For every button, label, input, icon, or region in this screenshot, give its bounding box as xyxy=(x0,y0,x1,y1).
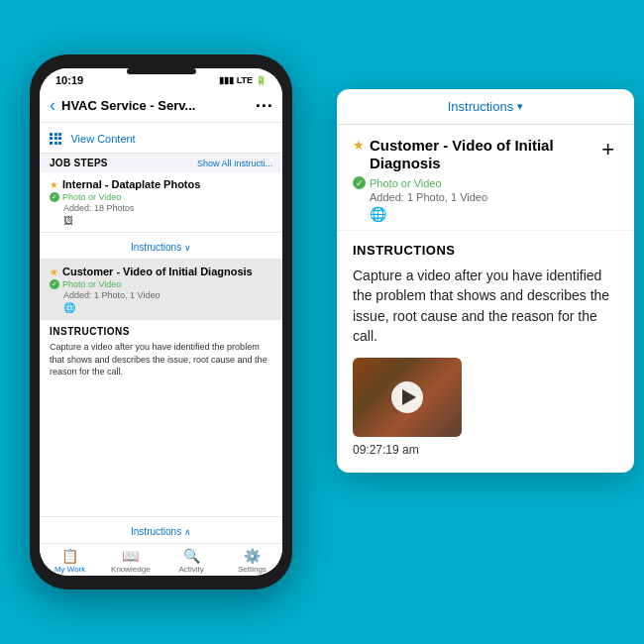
panel-header: Instructions ▾ xyxy=(337,89,634,125)
instructions-section-heading: INSTRUCTIONS xyxy=(50,326,272,337)
nav-bar: ‹ HVAC Service - Serv... ⋯ xyxy=(40,88,282,123)
tab-my-work[interactable]: 📋 My Work xyxy=(40,548,100,574)
panel-instructions-link[interactable]: Instructions xyxy=(448,99,513,114)
panel-added-text: Added: 1 Photo, 1 Video xyxy=(370,191,597,203)
panel-chevron-down-icon: ▾ xyxy=(517,100,523,113)
view-content-link[interactable]: View Content xyxy=(70,133,135,145)
instructions-row-1: Instructions ∨ xyxy=(40,233,282,260)
play-icon xyxy=(402,389,416,405)
chevron-up-icon: ∧ xyxy=(184,527,191,537)
back-button[interactable]: ‹ xyxy=(50,95,55,116)
lte-icon: LTE xyxy=(237,75,253,85)
step2-name: Customer - Video of Initial Diagnosis xyxy=(62,266,253,277)
instructions-section: INSTRUCTIONS Capture a video after you h… xyxy=(40,320,282,516)
bottom-tab-bar: 📋 My Work 📖 Knowledge 🔍 Activity ⚙️ Sett… xyxy=(40,543,282,576)
job-steps-title: JOB STEPS xyxy=(50,158,108,168)
job-steps-header: JOB STEPS Show All Instructi... xyxy=(40,154,282,172)
play-button-circle[interactable] xyxy=(391,381,423,413)
tab-activity[interactable]: 🔍 Activity xyxy=(161,548,222,574)
panel-instructions-heading: INSTRUCTIONS xyxy=(353,243,618,258)
panel-plus-button[interactable]: + xyxy=(597,137,618,162)
panel-instructions-body: INSTRUCTIONS Capture a video after you h… xyxy=(337,231,634,457)
tab-knowledge-label: Knowledge xyxy=(111,565,151,574)
signal-icon: ▮▮▮ xyxy=(219,75,234,85)
panel-instructions-text: Capture a video after you have identifie… xyxy=(353,266,618,346)
view-content-row: View Content xyxy=(40,123,282,154)
knowledge-icon: 📖 xyxy=(122,548,139,564)
show-all-link[interactable]: Show All Instructi... xyxy=(197,159,272,168)
star-icon-2: ★ xyxy=(50,267,58,277)
battery-icon: 🔋 xyxy=(256,75,267,85)
phone-screen: 10:19 ▮▮▮ LTE 🔋 ‹ HVAC Service - Serv...… xyxy=(40,68,282,576)
my-work-icon: 📋 xyxy=(61,548,78,564)
instructions-link-1[interactable]: Instructions ∨ xyxy=(131,242,191,253)
instructions-section-text: Capture a video after you have identifie… xyxy=(50,341,272,378)
check-circle-1: ✓ xyxy=(50,192,59,202)
step1-added: Added: 18 Photos xyxy=(63,203,272,213)
step2-added: Added: 1 Photo, 1 Video xyxy=(63,290,272,300)
video-play-overlay xyxy=(353,358,462,437)
panel-globe-icon: 🌐 xyxy=(370,206,597,222)
job-step-1[interactable]: ★ Internal - Dataplate Photos ✓ Photo or… xyxy=(40,172,282,233)
tab-activity-label: Activity xyxy=(178,565,203,574)
nav-title: HVAC Service - Serv... xyxy=(61,98,255,113)
job-step-2[interactable]: ★ Customer - Video of Initial Diagnosis … xyxy=(40,260,282,320)
panel-check-label: Photo or Video xyxy=(370,177,442,189)
tab-settings[interactable]: ⚙️ Settings xyxy=(222,548,282,574)
check-circle-2: ✓ xyxy=(50,279,59,289)
panel-check-circle: ✓ xyxy=(353,176,366,189)
instructions-collapse-row: Instructions ∧ xyxy=(40,516,282,543)
instructions-link-2[interactable]: Instructions ∧ xyxy=(131,526,191,537)
globe-icon-2: 🌐 xyxy=(63,302,272,313)
star-icon-1: ★ xyxy=(50,179,58,190)
phone-shell: 10:19 ▮▮▮ LTE 🔋 ‹ HVAC Service - Serv...… xyxy=(30,54,292,590)
status-time: 10:19 xyxy=(55,74,83,86)
tab-settings-label: Settings xyxy=(238,565,267,574)
tab-knowledge[interactable]: 📖 Knowledge xyxy=(100,548,161,574)
panel-step-name: Customer - Video of Initial Diagnosis xyxy=(370,137,597,172)
step1-check-label: Photo or Video xyxy=(62,192,121,202)
tab-my-work-label: My Work xyxy=(54,565,85,574)
video-thumbnail[interactable] xyxy=(353,358,462,437)
video-timestamp: 09:27:19 am xyxy=(353,443,618,457)
floating-instructions-panel: Instructions ▾ ★ Customer - Video of Ini… xyxy=(337,89,634,473)
chevron-down-icon-1: ∨ xyxy=(184,243,191,253)
grid-icon xyxy=(50,133,61,145)
panel-step-card: ★ Customer - Video of Initial Diagnosis … xyxy=(337,125,634,231)
settings-icon: ⚙️ xyxy=(244,548,261,564)
panel-star-icon: ★ xyxy=(353,138,365,153)
phone-notch xyxy=(127,68,196,74)
step2-check-label: Photo or Video xyxy=(62,279,121,289)
more-menu-icon[interactable]: ⋯ xyxy=(255,94,272,116)
thumbnail-icon-1: 🖼 xyxy=(63,215,272,226)
status-icons: ▮▮▮ LTE 🔋 xyxy=(219,75,267,85)
activity-icon: 🔍 xyxy=(183,548,200,564)
step1-name: Internal - Dataplate Photos xyxy=(62,178,200,190)
